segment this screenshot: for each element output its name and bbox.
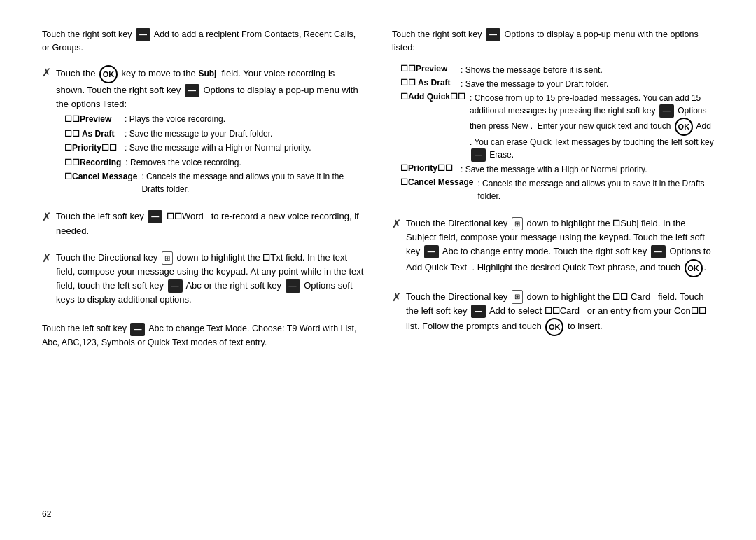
right-soft-key-2b: — [651, 245, 666, 258]
right-priority-text: : Save the message with a High or Normal… [461, 163, 714, 176]
right-bullet1: ✗ Touch the Directional key ⊞ down to hi… [392, 216, 714, 277]
left-para1: Touch the right soft key — Add to add a … [42, 28, 364, 55]
right-sub-priority: ☐Priority☐☐ : Save the message with a Hi… [400, 163, 714, 176]
ok-key-r1: OK [675, 118, 693, 136]
right-cancel-text: : Cancels the message and allows you to … [477, 177, 714, 202]
left-bullet1: ✗ Touch the OK key to move to the Subj f… [42, 65, 364, 198]
soft-key-1: — [185, 84, 200, 97]
preview-text: : Plays the voice recording. [125, 113, 364, 125]
right-dir-key-2: ⊞ [512, 290, 523, 304]
sub-option-priority: ☐Priority☐☐ : Save the message with a Hi… [64, 141, 364, 155]
right-para1: Touch the right soft key — Options to di… [392, 28, 714, 55]
sub-option-save-draft: ☐☐ As Draft : Save the message to your D… [64, 127, 364, 141]
preview-label: ☐☐Preview [64, 113, 120, 126]
right-sub-preview: ☐☐Preview : Shows the message before it … [400, 64, 714, 76]
save-draft-label: ☐☐ As Draft [64, 127, 120, 141]
right-dir-key-1: ⊞ [512, 217, 523, 231]
soft-key-3b: — [286, 279, 300, 293]
right-suboptions: ☐☐Preview : Shows the message before it … [400, 62, 714, 204]
right-save-draft-text: : Save the message to your Draft folder. [461, 78, 714, 90]
right-column: Touch the right soft key — Options to di… [392, 28, 714, 512]
right-cancel-label: ☐Cancel Message [400, 177, 473, 187]
right-soft-key-3: — [471, 305, 486, 318]
right-preview-label: ☐☐Preview [400, 64, 456, 74]
right-priority-label: ☐Priority☐☐ [400, 163, 456, 173]
ok-key-1: OK [99, 65, 118, 83]
page-container: Touch the right soft key — Add to add a … [0, 0, 756, 540]
right-bullet1-char: ✗ [392, 216, 402, 232]
soft-key-2: — [148, 210, 162, 223]
subj-field-label: Subj [198, 69, 218, 78]
ok-key-r3: OK [545, 318, 564, 336]
page-number: 62 [42, 509, 51, 519]
right-soft-key-2a: — [424, 245, 439, 258]
right-save-draft-label: ☐☐ As Draft [400, 78, 456, 88]
left-column: Touch the right soft key — Add to add a … [42, 28, 364, 512]
delete-text: : Removes the voice recording. [125, 156, 364, 169]
right-sub-add-quick: ☐Add Quick☐☐ : Choose from up to 15 pre-… [400, 92, 714, 162]
bullet1-suboptions: ☐☐Preview : Plays the voice recording. ☐… [64, 113, 364, 195]
left-para2: Touch the left soft key — Abc to change … [42, 322, 364, 349]
right-sub-save-draft: ☐☐ As Draft : Save the message to your D… [400, 78, 714, 90]
left-para1-text: Touch the right soft key [42, 29, 132, 39]
bullet3-content: Touch the Directional key ⊞ down to high… [56, 251, 364, 307]
right-soft-key-1: — [486, 28, 500, 41]
delete-label: ☐☐Recording [64, 156, 121, 169]
soft-key-3a: — [168, 279, 183, 293]
bullet1-content: Touch the OK key to move to the Subj fie… [56, 65, 364, 198]
right-sub-cancel: ☐Cancel Message : Cancels the message an… [400, 177, 714, 202]
left-bullet3: ✗ Touch the Directional key ⊞ down to hi… [42, 251, 364, 307]
sub-option-delete: ☐☐Recording : Removes the voice recordin… [64, 156, 364, 169]
cancel-label: ☐Cancel Message [64, 170, 137, 184]
sub-option-preview: ☐☐Preview : Plays the voice recording. [64, 113, 364, 126]
sub-option-cancel: ☐Cancel Message : Cancels the message an… [64, 170, 364, 195]
ok-key-r2: OK [685, 259, 703, 277]
priority-text: : Save the message with a High or Normal… [125, 141, 364, 154]
right-bullet1-content: Touch the Directional key ⊞ down to high… [406, 216, 714, 277]
bullet2-content: Touch the left soft key — ☐☐Word to re-r… [56, 209, 364, 237]
right-soft-key-qt: — [659, 104, 674, 118]
right-bullet2: ✗ Touch the Directional key ⊞ down to hi… [392, 290, 714, 336]
save-draft-text: : Save the message to your Draft folder. [125, 127, 364, 140]
right-add-quick-label: ☐Add Quick☐☐ [400, 92, 465, 102]
right-bullet2-content: Touch the Directional key ⊞ down to high… [406, 290, 714, 336]
soft-key-4: — [130, 323, 145, 336]
cancel-text: : Cancels the message and allows you to … [141, 170, 364, 195]
dir-key-1: ⊞ [162, 251, 173, 265]
left-bullet2: ✗ Touch the left soft key — ☐☐Word to re… [42, 209, 364, 237]
bullet3-char: ✗ [42, 251, 52, 266]
soft-key-add: — [136, 28, 150, 41]
right-add-quick-text: : Choose from up to 15 pre-loaded messag… [470, 92, 714, 162]
priority-label: ☐Priority☐☐ [64, 141, 120, 155]
right-bullet2-char: ✗ [392, 290, 402, 305]
right-soft-key-erase: — [471, 148, 486, 162]
bullet1-char: ✗ [42, 65, 52, 81]
right-preview-text: : Shows the message before it is sent. [461, 64, 714, 76]
right-para1-text: Touch the right soft key [392, 29, 482, 39]
bullet2-char: ✗ [42, 209, 52, 225]
